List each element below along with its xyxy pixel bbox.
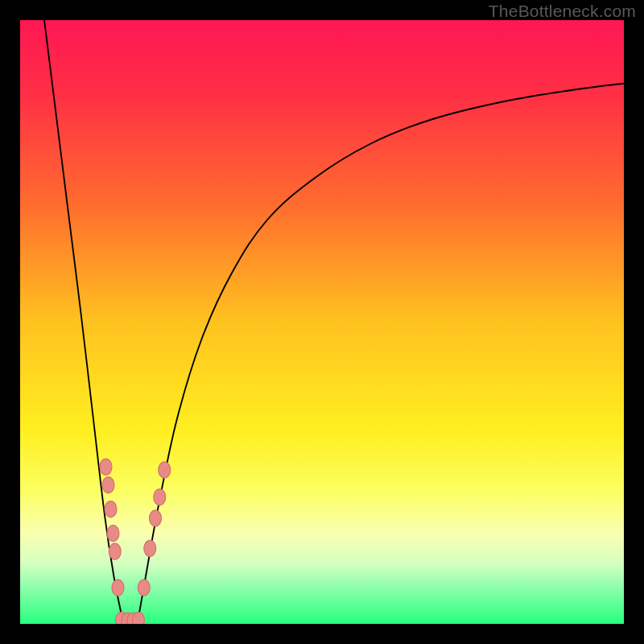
data-point bbox=[144, 540, 156, 556]
plot-area bbox=[20, 20, 624, 624]
data-point bbox=[154, 489, 166, 505]
data-point bbox=[107, 525, 119, 541]
data-point bbox=[138, 580, 150, 596]
data-point bbox=[102, 477, 114, 493]
curve-right-branch bbox=[138, 84, 624, 621]
data-point bbox=[100, 459, 112, 475]
data-point bbox=[105, 501, 117, 517]
data-point-markers bbox=[100, 459, 171, 624]
data-point bbox=[109, 543, 121, 559]
watermark-text: TheBottleneck.com bbox=[489, 2, 636, 21]
data-point bbox=[133, 612, 145, 624]
chart-frame: TheBottleneck.com bbox=[0, 0, 644, 644]
data-point bbox=[159, 462, 171, 478]
bottleneck-curve bbox=[20, 20, 624, 624]
data-point bbox=[112, 580, 124, 596]
data-point bbox=[150, 510, 162, 526]
